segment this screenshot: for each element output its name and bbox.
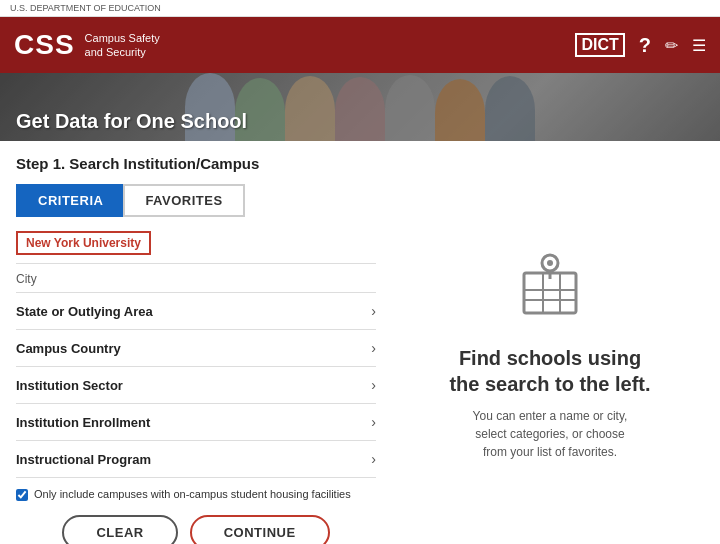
filter-row-enrollment[interactable]: Institution Enrollment › [16,404,376,441]
housing-checkbox-label: Only include campuses with on-campus stu… [34,488,351,500]
dict-icon[interactable]: DICT [575,33,624,57]
filter-row-sector[interactable]: Institution Sector › [16,367,376,404]
right-panel-desc: You can enter a name or city, select cat… [473,407,628,461]
filter-label-state: State or Outlying Area [16,304,153,319]
right-panel: Find schools using the search to the lef… [396,155,704,544]
top-bar: U.S. DEPARTMENT OF EDUCATION [0,0,720,17]
filter-label-program: Instructional Program [16,452,151,467]
header-left: CSS Campus Safety and Security [14,31,160,60]
chevron-country-icon: › [371,340,376,356]
tab-favorites[interactable]: FAVORITES [123,184,244,217]
menu-icon[interactable]: ☰ [692,36,706,55]
css-logo: CSS [14,31,75,59]
filter-row-program[interactable]: Instructional Program › [16,441,376,478]
chevron-enrollment-icon: › [371,414,376,430]
right-panel-title: Find schools using the search to the lef… [449,345,650,397]
header-icons: DICT ? ✏ ☰ [575,33,706,57]
tabs: CRITERIA FAVORITES [16,184,376,217]
bottom-buttons: CLEAR CONTINUE [16,507,376,544]
filter-label-country: Campus Country [16,341,121,356]
city-filter[interactable]: City [16,264,376,293]
filter-row-country[interactable]: Campus Country › [16,330,376,367]
step-title: Step 1. Search Institution/Campus [16,155,376,172]
chevron-state-icon: › [371,303,376,319]
filter-section: City State or Outlying Area › Campus Cou… [16,263,376,478]
filter-label-enrollment: Institution Enrollment [16,415,150,430]
name-input-area: New York University [16,231,376,257]
continue-button[interactable]: CONTINUE [190,515,330,544]
hero-title: Get Data for One School [16,110,247,133]
filter-row-state[interactable]: State or Outlying Area › [16,293,376,330]
pencil-icon[interactable]: ✏ [665,36,678,55]
housing-checkbox[interactable] [16,489,28,501]
css-subtitle: Campus Safety and Security [85,31,160,60]
help-icon[interactable]: ? [639,34,651,57]
header: CSS Campus Safety and Security DICT ? ✏ … [0,17,720,73]
chevron-sector-icon: › [371,377,376,393]
map-icon [510,245,590,329]
tab-criteria[interactable]: CRITERIA [16,184,123,217]
hero-section: Get Data for One School [0,73,720,141]
svg-point-6 [547,260,553,266]
filter-label-sector: Institution Sector [16,378,123,393]
institution-name-tag[interactable]: New York University [16,231,151,255]
main-content: Step 1. Search Institution/Campus CRITER… [0,141,720,544]
housing-checkbox-row: Only include campuses with on-campus stu… [16,478,376,507]
clear-button[interactable]: CLEAR [62,515,177,544]
chevron-program-icon: › [371,451,376,467]
department-label: U.S. DEPARTMENT OF EDUCATION [10,3,161,13]
left-panel: Step 1. Search Institution/Campus CRITER… [16,155,376,544]
